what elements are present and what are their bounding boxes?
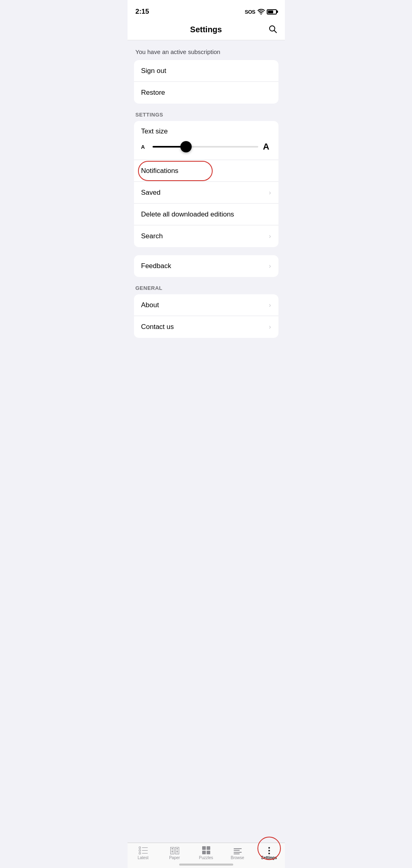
settings-section-label: SETTINGS — [136, 112, 278, 118]
page-title: Settings — [190, 25, 222, 34]
main-content: You have an active subscription Sign out… — [128, 40, 285, 394]
font-size-small-indicator: A — [141, 144, 148, 150]
contact-us-item[interactable]: Contact us › — [134, 316, 278, 338]
status-time: 2:15 — [136, 8, 149, 16]
subscription-note: You have an active subscription — [134, 48, 278, 55]
saved-item[interactable]: Saved › — [134, 182, 278, 204]
slider-track — [153, 146, 258, 148]
about-item[interactable]: About › — [134, 294, 278, 316]
feedback-chevron: › — [269, 262, 271, 270]
sign-out-label: Sign out — [141, 67, 166, 75]
saved-label: Saved — [141, 189, 161, 197]
font-size-large-indicator: A — [263, 142, 271, 152]
search-settings-item[interactable]: Search › — [134, 225, 278, 247]
feedback-item[interactable]: Feedback › — [134, 255, 278, 277]
restore-item[interactable]: Restore — [134, 82, 278, 104]
restore-label: Restore — [141, 89, 165, 97]
text-size-row: Text size A A — [134, 121, 278, 160]
notifications-item[interactable]: Notifications — [134, 160, 278, 182]
general-section-label: GENERAL — [136, 285, 278, 291]
search-settings-label: Search — [141, 232, 163, 240]
notifications-label: Notifications — [141, 167, 179, 175]
saved-chevron: › — [269, 189, 271, 196]
contact-us-chevron: › — [269, 323, 271, 331]
contact-us-label: Contact us — [141, 323, 174, 331]
general-card-group: About › Contact us › — [134, 294, 278, 338]
status-bar: 2:15 SOS — [128, 0, 285, 20]
search-icon[interactable] — [268, 24, 278, 36]
delete-editions-label: Delete all downloaded editions — [141, 210, 234, 219]
slider-thumb[interactable] — [180, 141, 192, 152]
search-chevron: › — [269, 233, 271, 240]
about-chevron: › — [269, 302, 271, 309]
text-size-label: Text size — [141, 127, 271, 135]
account-card-group: Sign out Restore — [134, 60, 278, 104]
sign-out-item[interactable]: Sign out — [134, 60, 278, 82]
delete-editions-item[interactable]: Delete all downloaded editions — [134, 204, 278, 225]
feedback-card-group: Feedback › — [134, 255, 278, 277]
status-icons: SOS — [245, 9, 277, 15]
slider-row: A A — [141, 141, 271, 152]
wifi-icon — [257, 9, 265, 15]
settings-card-group: Text size A A Notifications Saved › — [134, 121, 278, 247]
text-size-slider[interactable] — [153, 141, 258, 152]
svg-line-1 — [274, 30, 276, 33]
about-label: About — [141, 301, 159, 309]
sos-icon: SOS — [245, 9, 255, 15]
feedback-label: Feedback — [141, 262, 171, 270]
header: Settings — [128, 20, 285, 40]
battery-icon — [267, 9, 277, 15]
